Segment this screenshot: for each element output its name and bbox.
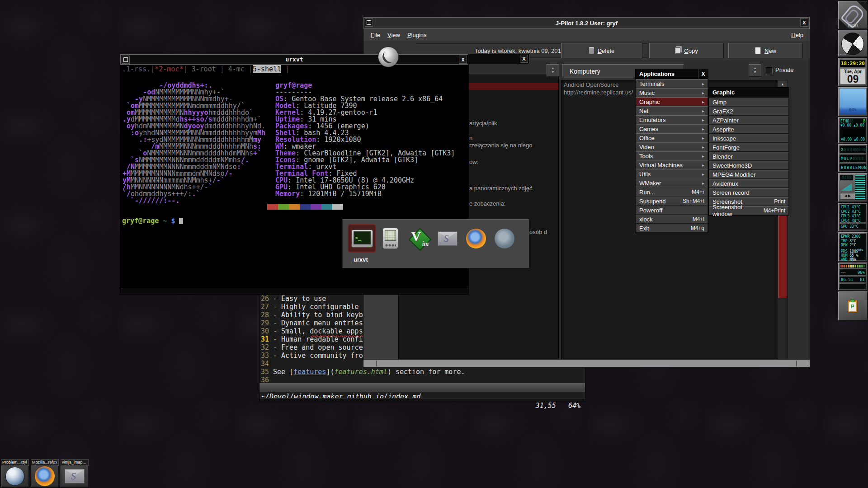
record-list-spinner[interactable]: ▴▾	[547, 64, 559, 77]
menu-item-video[interactable]: Video▸	[636, 142, 708, 151]
switcher-slot-palm-pda[interactable]	[376, 224, 405, 253]
menu-item-blender[interactable]: Blender	[709, 152, 789, 161]
dock-clock[interactable]: 18:29:20Tue, Apr09	[838, 58, 868, 86]
menu-item-label: Terminals	[639, 80, 665, 87]
resizebar-tick	[796, 361, 797, 366]
menu-item-virtual-machines[interactable]: Virtual Machines▸	[636, 160, 708, 169]
menu-item-screen-record[interactable]: Screen record	[709, 188, 789, 197]
appicon-firefox[interactable]: Mozilla...refox	[31, 459, 59, 487]
menu-item-run-[interactable]: Run...M4+r	[636, 188, 708, 197]
menu-item-emulators[interactable]: Emulators▸	[636, 115, 708, 124]
menu-item-utils[interactable]: Utils▸	[636, 169, 708, 178]
switcher-slot-vim[interactable]: Vim	[405, 224, 433, 253]
menu-item-music[interactable]: Music▸	[636, 88, 708, 97]
jpilot-window-title: J-Pilot 1.8.2 User: gryf	[556, 20, 618, 27]
net-ghost: 88	[849, 119, 854, 123]
graphic-submenu-title[interactable]: Graphic	[709, 88, 789, 98]
applications-menu-title[interactable]: Applications X	[636, 69, 708, 79]
menu-item-net[interactable]: Net▸	[636, 106, 708, 115]
menu-item-games[interactable]: Games▸	[636, 124, 708, 133]
urxvt-resizebar[interactable]	[120, 288, 468, 294]
appicon-mail[interactable]: vimja_imap...S	[61, 459, 89, 487]
category-spinner[interactable]: ▴▾	[749, 64, 761, 77]
urxvt-miniaturize-button[interactable]	[122, 56, 130, 64]
dock-swirl-app[interactable]: ...	[838, 30, 868, 57]
jpilot-close-button[interactable]: X	[800, 19, 808, 27]
dock-clipboard-app[interactable]: P	[838, 291, 868, 320]
menu-item-mpeg4-modifier[interactable]: MPEG4 Modifier	[709, 170, 789, 179]
cpu-value: 40°C	[852, 219, 860, 223]
menubar-item-file[interactable]: File	[371, 32, 380, 38]
menu-item-exit[interactable]: ExitM4+q	[636, 224, 708, 233]
dock-clip[interactable]: main	[838, 1, 868, 29]
dock-net-monitor[interactable]: ETHO88B▼0.00 ▲0.00▼0.00 ▲0.00	[838, 117, 868, 144]
menubar-item-plugins[interactable]: Plugins	[407, 32, 427, 38]
urxvt-close-button[interactable]: X	[459, 56, 467, 64]
menu-item-gimp[interactable]: Gimp	[709, 98, 789, 107]
new-button[interactable]: New	[728, 43, 803, 58]
menu-item-tools[interactable]: Tools▸	[636, 151, 708, 160]
menu-item-susupend[interactable]: SusupendSh+M4+l	[636, 197, 708, 206]
vim-line: 34	[261, 360, 273, 368]
switcher-slot-firefox[interactable]	[462, 224, 490, 253]
menu-item-screenshot-window[interactable]: Screenshot windowM4+Print	[709, 206, 789, 215]
menu-item-avidemux[interactable]: Avidemux	[709, 179, 789, 188]
clip-workspace-label: main	[839, 23, 867, 28]
line-number: 35	[261, 368, 269, 376]
menu-item-inkscape[interactable]: Inkscape	[709, 134, 789, 143]
dock-lcd-display[interactable]: X88888888MOCP8888BUBBLEMON	[838, 144, 868, 172]
menu-item-fontforge[interactable]: FontForge	[709, 143, 789, 152]
background-window-close-button[interactable]: X	[520, 55, 528, 63]
menu-close-button[interactable]: X	[698, 69, 708, 79]
appicon-globe[interactable]: Problem...ctyl	[1, 459, 29, 487]
weather-row: DEW 2°C	[841, 243, 865, 248]
weather-value: 65 %	[849, 253, 858, 258]
menu-item-wmaker[interactable]: WMaker▸	[636, 178, 708, 188]
menu-item-label: Avidemux	[712, 180, 738, 187]
menu-item-terminals[interactable]: Terminals▸	[636, 79, 708, 88]
dock-mixer[interactable]: 8488◀ ▶	[838, 173, 868, 202]
switcher-slot-urxvt-terminal[interactable]: >_	[348, 224, 376, 253]
dock-weather[interactable]: EPWR 2300TMP 8°CDEW 2°CPRS 1009hPaHUM 65…	[838, 232, 868, 262]
jpilot-miniaturize-button[interactable]	[365, 19, 373, 27]
private-checkbox[interactable]	[766, 67, 773, 74]
menubar-item-help[interactable]: Help	[791, 32, 803, 38]
menu-item-label: Screenshot window	[712, 204, 764, 217]
vim-window-resizebar[interactable]	[259, 398, 585, 402]
line-number: 33	[261, 352, 269, 360]
menu-item-azpainter[interactable]: AZPainter	[709, 116, 789, 125]
menu-item-xlock[interactable]: xlockM4+l	[636, 215, 708, 224]
switcher-slot-firefox-grayed[interactable]	[490, 224, 519, 253]
menu-item-sweethome3d[interactable]: SweetHome3D	[709, 161, 789, 170]
menu-item-grafx2[interactable]: GraFX2	[709, 107, 789, 116]
gpu-value: 33°C	[849, 225, 858, 229]
dock-battery[interactable]: ⌐⌐90%06:51B1	[838, 263, 868, 291]
info-value: 1201MiB / 15719MiB	[308, 190, 382, 198]
led-segment	[840, 265, 842, 267]
record-list-text-fragment: rzełączania się na niego	[469, 142, 532, 149]
delete-button[interactable]: Delete	[561, 43, 642, 58]
background-window-titlebar[interactable]: X	[468, 54, 529, 64]
urxvt-titlebar[interactable]: urxvt X	[120, 54, 468, 65]
menu-item-graphic[interactable]: Graphic▸	[636, 97, 708, 106]
line-number: 27	[261, 303, 269, 311]
menu-item-aseprite[interactable]: Aseprite	[709, 125, 789, 134]
dock-bubblemon[interactable]: 04%	[838, 87, 868, 116]
vim-text-segment: -	[273, 295, 281, 303]
vim-line: 31- Human readable confi	[261, 335, 363, 343]
vim-text-segment: -	[273, 319, 281, 327]
lcd-ghost: 8888	[853, 156, 864, 161]
copy-button[interactable]: Copy	[649, 43, 724, 58]
new-icon	[755, 47, 761, 54]
line-number: 32	[261, 343, 269, 352]
menu-item-office[interactable]: Office▸	[636, 133, 708, 142]
clipboard-clip	[851, 299, 854, 302]
menubar-item-view[interactable]: View	[387, 32, 400, 38]
menu-item-label: FontForge	[712, 144, 740, 151]
jpilot-resizebar[interactable]	[363, 359, 810, 367]
switcher-slot-mail-grayed[interactable]: S	[433, 224, 462, 253]
menu-item-poweroff[interactable]: Poweroff	[636, 206, 708, 215]
dock-cpu-temps[interactable]: CPU1 43°CCPU2 43°CCPU3 43°CCPU4 40°CGPU …	[838, 203, 868, 231]
jpilot-titlebar[interactable]: J-Pilot 1.8.2 User: gryf X	[363, 17, 810, 29]
menu-item-label: Net	[639, 108, 648, 114]
